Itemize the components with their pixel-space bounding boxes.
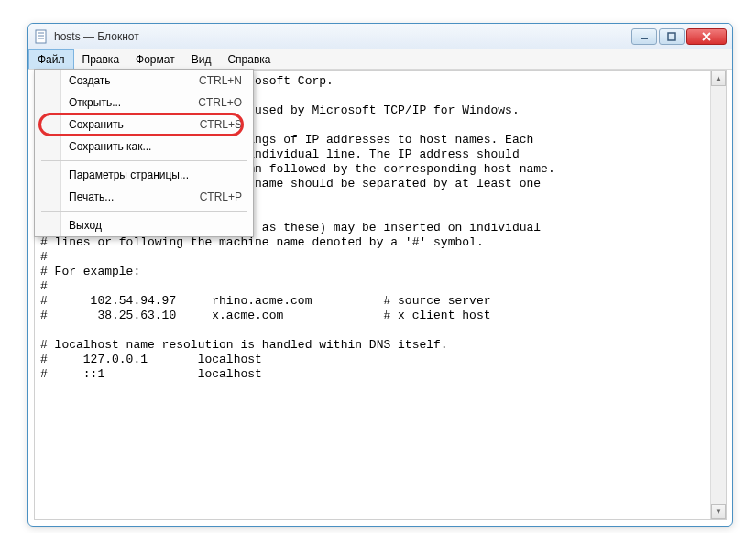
notepad-icon [34, 29, 49, 44]
menu-item-label: Выход [69, 219, 102, 232]
menu-item--[interactable]: Печать...CTRL+P [36, 186, 253, 208]
menu-item--[interactable]: Сохранить как... [36, 136, 253, 158]
menu-item-label: Открыть... [69, 96, 121, 109]
menu-item-label: Создать [69, 74, 111, 87]
file-dropdown-menu: СоздатьCTRL+NОткрыть...CTRL+OСохранитьCT… [34, 69, 254, 237]
menu-item-shortcut: CTRL+O [198, 96, 242, 109]
menu-format[interactable]: Формат [127, 49, 183, 69]
close-button[interactable] [686, 28, 727, 45]
menu-item-label: Сохранить как... [69, 140, 151, 153]
menu-item-shortcut: CTRL+N [199, 74, 242, 87]
svg-rect-5 [668, 33, 675, 40]
menu-item--[interactable]: СоздатьCTRL+N [36, 70, 253, 92]
scroll-down-button[interactable]: ▼ [711, 504, 726, 519]
menu-item-label: Печать... [69, 190, 114, 203]
menu-separator [41, 160, 247, 161]
app-window: hosts — Блокнот Файл Правка Формат Вид С… [27, 23, 733, 527]
menu-item-label: Сохранить [69, 118, 124, 131]
menu-help[interactable]: Справка [219, 49, 279, 69]
menu-item-label: Параметры страницы... [69, 169, 189, 181]
menu-item--[interactable]: Выход [36, 214, 253, 236]
maximize-button[interactable] [659, 28, 685, 45]
menu-view[interactable]: Вид [183, 49, 220, 69]
vertical-scrollbar[interactable]: ▲ ▼ [710, 71, 726, 519]
minimize-button[interactable] [631, 28, 657, 45]
menu-separator [41, 211, 247, 212]
menu-item--[interactable]: Открыть...CTRL+O [36, 92, 253, 114]
window-title: hosts — Блокнот [54, 30, 631, 43]
window-controls [631, 28, 727, 45]
menu-file[interactable]: Файл [28, 49, 74, 69]
menu-item--[interactable]: СохранитьCTRL+S [36, 114, 253, 136]
scroll-up-button[interactable]: ▲ [711, 71, 726, 86]
menu-item-shortcut: CTRL+S [200, 118, 242, 131]
svg-rect-0 [36, 30, 46, 43]
menu-item--[interactable]: Параметры страницы... [36, 164, 253, 186]
menu-bar: Файл Правка Формат Вид Справка [28, 49, 732, 70]
menu-item-shortcut: CTRL+P [200, 190, 242, 203]
title-bar[interactable]: hosts — Блокнот [28, 24, 732, 49]
menu-edit[interactable]: Правка [74, 49, 128, 69]
